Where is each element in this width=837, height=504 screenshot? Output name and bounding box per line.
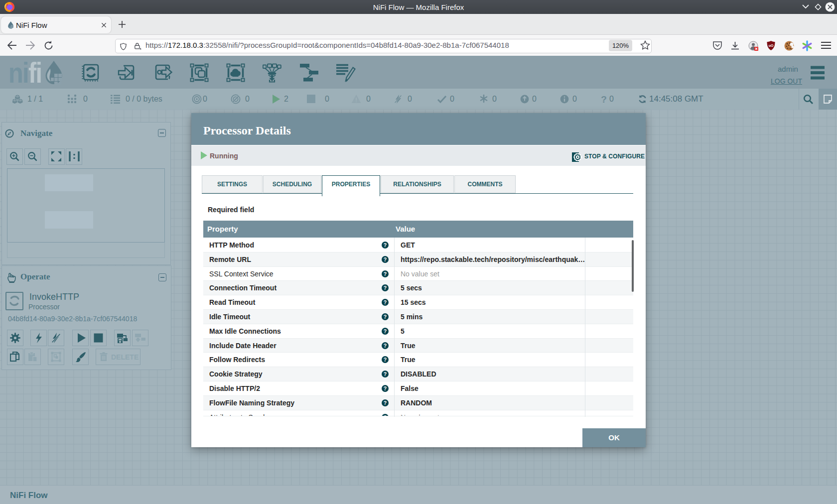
svg-text:uO: uO <box>769 44 774 47</box>
svg-text:?: ? <box>384 342 387 348</box>
svg-text:?: ? <box>384 314 387 320</box>
svg-text:?: ? <box>384 385 387 391</box>
svg-text:?: ? <box>601 94 607 104</box>
svg-text:?: ? <box>384 414 387 416</box>
svg-text:?: ? <box>384 357 387 363</box>
svg-text:?: ? <box>384 399 387 405</box>
svg-text:?: ? <box>384 270 387 276</box>
svg-text:?: ? <box>384 328 387 334</box>
svg-text:?: ? <box>384 256 387 262</box>
svg-text:?: ? <box>384 242 387 248</box>
svg-text:?: ? <box>384 371 387 377</box>
svg-text:?: ? <box>384 285 387 291</box>
svg-text:?: ? <box>384 299 387 305</box>
